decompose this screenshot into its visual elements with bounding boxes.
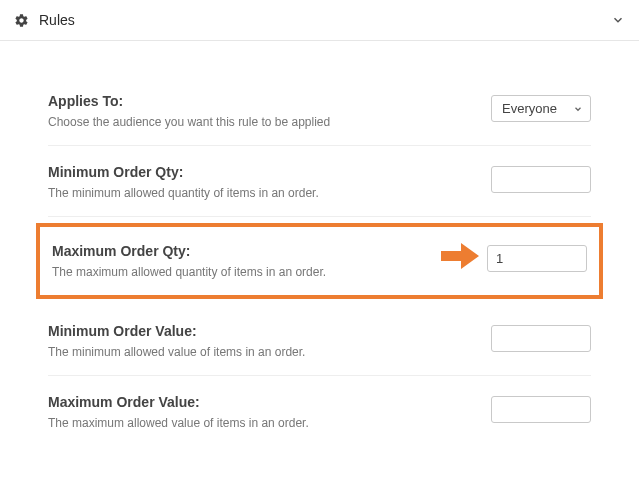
section-title: Rules <box>39 12 75 28</box>
label-applies-to: Applies To: <box>48 93 471 109</box>
rules-content: Applies To: Choose the audience you want… <box>0 41 639 456</box>
row-applies-to: Applies To: Choose the audience you want… <box>48 81 591 146</box>
row-min-value: Minimum Order Value: The minimum allowed… <box>48 305 591 376</box>
help-max-qty: The maximum allowed quantity of items in… <box>52 265 467 279</box>
row-max-value: Maximum Order Value: The maximum allowed… <box>48 376 591 446</box>
label-min-value: Minimum Order Value: <box>48 323 471 339</box>
input-min-value[interactable] <box>491 325 591 352</box>
input-min-qty[interactable] <box>491 166 591 193</box>
section-header[interactable]: Rules <box>0 0 639 41</box>
help-min-value: The minimum allowed value of items in an… <box>48 345 471 359</box>
help-applies-to: Choose the audience you want this rule t… <box>48 115 471 129</box>
row-max-qty: Maximum Order Qty: The maximum allowed q… <box>52 239 587 281</box>
arrow-right-icon <box>441 243 479 273</box>
help-max-value: The maximum allowed value of items in an… <box>48 416 471 430</box>
label-max-value: Maximum Order Value: <box>48 394 471 410</box>
chevron-down-icon[interactable] <box>611 13 625 27</box>
input-max-value[interactable] <box>491 396 591 423</box>
gear-icon <box>14 13 29 28</box>
label-min-qty: Minimum Order Qty: <box>48 164 471 180</box>
label-max-qty: Maximum Order Qty: <box>52 243 467 259</box>
row-min-qty: Minimum Order Qty: The minimum allowed q… <box>48 146 591 217</box>
input-max-qty[interactable] <box>487 245 587 272</box>
select-applies-to[interactable]: Everyone <box>491 95 591 122</box>
help-min-qty: The minimum allowed quantity of items in… <box>48 186 471 200</box>
highlight-max-qty: Maximum Order Qty: The maximum allowed q… <box>36 223 603 299</box>
